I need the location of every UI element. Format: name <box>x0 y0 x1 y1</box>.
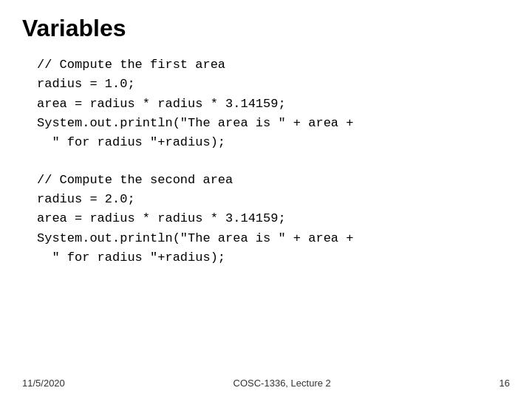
code-block-2: // Compute the second area radius = 2.0;… <box>37 171 510 268</box>
footer-page: 16 <box>499 378 510 389</box>
code-block-1: // Compute the first area radius = 1.0; … <box>37 55 510 153</box>
footer-date: 11/5/2020 <box>22 378 65 389</box>
slide-footer: 11/5/2020 COSC-1336, Lecture 2 16 <box>0 378 532 389</box>
footer-course: COSC-1336, Lecture 2 <box>233 378 331 389</box>
slide-title: Variables <box>22 15 510 42</box>
slide-container: Variables // Compute the first area radi… <box>0 0 532 399</box>
